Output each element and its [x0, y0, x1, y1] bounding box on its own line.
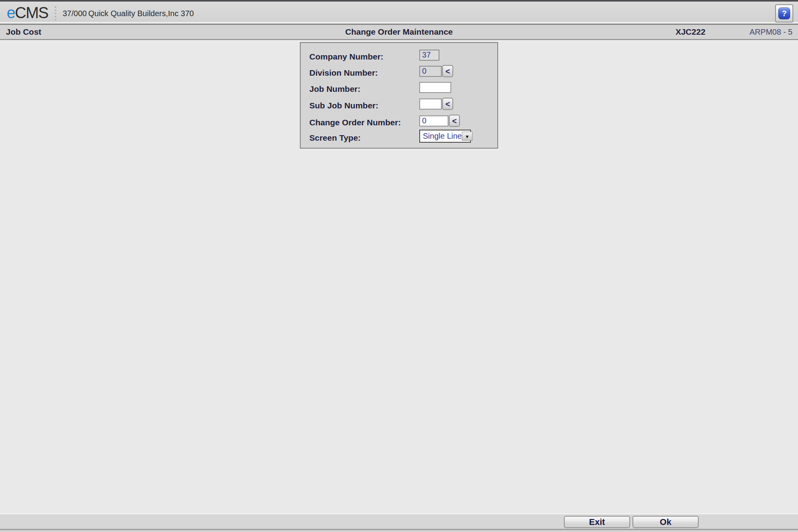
screen-type-label: Screen Type: — [309, 133, 419, 143]
title-bar: Job Cost Change Order Maintenance XJC222… — [0, 24, 798, 40]
help-icon: ? — [778, 7, 790, 19]
form-row-change-order: Change Order Number: < — [309, 114, 496, 127]
window-bottom-edge — [0, 530, 798, 532]
form-row-job: Job Number: — [309, 81, 496, 94]
exit-button[interactable]: Exit — [564, 516, 630, 528]
form-row-screen-type: Screen Type: Single Line ▼ — [309, 130, 496, 143]
company-number-field — [419, 50, 439, 61]
change-order-lookup-button[interactable]: < — [449, 115, 460, 127]
title-bar-highlight — [0, 40, 798, 41]
sub-job-number-label: Sub Job Number: — [309, 101, 419, 110]
help-button[interactable]: ? — [775, 4, 793, 22]
screen-type-dropdown-button[interactable]: ▼ — [462, 132, 472, 141]
program-code: XJC222 — [675, 27, 705, 37]
change-order-number-label: Change Order Number: — [309, 118, 419, 127]
division-number-field — [419, 66, 442, 77]
ok-button[interactable]: Ok — [632, 516, 699, 528]
app-header: eCMS 37/000 Quick Quality Builders,Inc 3… — [0, 2, 798, 23]
screen-type-selected-value: Single Line — [420, 132, 462, 141]
company-number-label: Company Number: — [309, 52, 419, 61]
app-logo: eCMS — [7, 4, 48, 21]
screen-type-select[interactable]: Single Line ▼ — [419, 130, 471, 143]
logo-cms: CMS — [15, 4, 48, 21]
logo-e: e — [7, 4, 15, 21]
session-ref: ARPM08 - 5 — [750, 28, 792, 37]
sub-job-lookup-button[interactable]: < — [442, 98, 453, 110]
division-lookup-button[interactable]: < — [442, 65, 453, 77]
form-row-company: Company Number: — [309, 48, 496, 61]
sub-job-number-field[interactable] — [419, 99, 442, 110]
company-name: Quick Quality Builders,Inc 370 — [88, 9, 194, 18]
company-code: 37/000 — [63, 9, 87, 18]
form-row-subjob: Sub Job Number: < — [309, 97, 496, 110]
chevron-down-icon: ▼ — [465, 134, 470, 139]
logo-divider — [55, 6, 56, 20]
change-order-number-field[interactable] — [419, 115, 448, 126]
change-order-form-panel: Company Number: Division Number: < Job N… — [300, 42, 498, 149]
job-number-field[interactable] — [419, 82, 451, 93]
division-number-label: Division Number: — [309, 68, 419, 78]
footer-action-bar: Exit Ok — [0, 513, 798, 529]
job-number-label: Job Number: — [309, 84, 419, 94]
form-row-division: Division Number: < — [309, 65, 496, 78]
